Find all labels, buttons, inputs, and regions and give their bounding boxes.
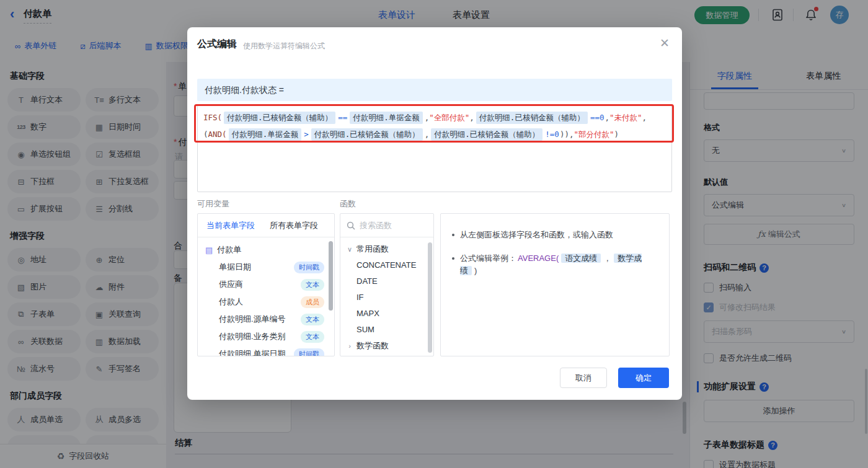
functions-panel: ∨常用函数CONCATENATEDATEIFMAPXSUM›数学函数›文本函数 bbox=[340, 213, 434, 356]
scrollbar[interactable] bbox=[329, 241, 333, 311]
function-group-文本函数[interactable]: ›文本函数 bbox=[340, 354, 433, 356]
field-type-badge: 文本 bbox=[301, 331, 324, 343]
formula-editor-area[interactable]: IFS(付款明细.已核销金额（辅助）==付款明细.单据金额,"全部付款",付款明… bbox=[197, 105, 672, 192]
field-type-badge: 时间戳 bbox=[294, 262, 324, 273]
formula-token-str: "全部付款" bbox=[429, 113, 469, 122]
formula-token-pl: )) bbox=[560, 130, 569, 139]
bullet-icon bbox=[452, 257, 454, 260]
variables-panel: 当前表单字段 所有表单字段 ▤付款单单据日期时间戳供应商文本付款人成员付款明细.… bbox=[197, 213, 335, 356]
variable-item-付款单[interactable]: ▤付款单 bbox=[198, 241, 334, 258]
formula-token-pl: , bbox=[604, 113, 609, 122]
formula-token-field: 付款明细.已核销金额（辅助） bbox=[224, 112, 335, 124]
variable-item-付款明细.源单编号[interactable]: 付款明细.源单编号文本 bbox=[198, 311, 334, 328]
chevron-right-icon: › bbox=[347, 342, 353, 350]
variables-label: 可用变量 bbox=[197, 198, 229, 210]
modal-title: 公式编辑 bbox=[197, 38, 237, 51]
tab-all-form-fields[interactable]: 所有表单字段 bbox=[270, 220, 318, 231]
close-icon[interactable] bbox=[660, 36, 670, 50]
formula-token-op: == bbox=[338, 113, 347, 122]
help-panel: 从左侧面板选择字段名和函数，或输入函数 公式编辑举例：AVERAGE(语文成绩，… bbox=[440, 213, 670, 356]
document-icon: ▤ bbox=[205, 245, 213, 255]
field-type-badge: 文本 bbox=[301, 314, 324, 325]
formula-editor-modal: 公式编辑 使用数学运算符编辑公式 付款明细.付款状态 = IFS(付款明细.已核… bbox=[187, 27, 682, 400]
field-type-badge: 文本 bbox=[301, 279, 324, 291]
variable-item-供应商[interactable]: 供应商文本 bbox=[198, 276, 334, 293]
formula-token-str: "未付款" bbox=[609, 113, 642, 122]
formula-token-pl: , bbox=[642, 113, 647, 122]
function-group-数学函数[interactable]: ›数学函数 bbox=[340, 338, 433, 354]
formula-token-pl: ( bbox=[203, 130, 208, 139]
field-type-badge: 成员 bbox=[301, 296, 324, 308]
formula-token-pl: , bbox=[425, 130, 430, 139]
formula-target: 付款明细.付款状态 = bbox=[197, 79, 672, 101]
formula-token-field: 付款明细.单据金额 bbox=[229, 128, 302, 141]
function-IF[interactable]: IF bbox=[340, 289, 433, 306]
search-icon bbox=[347, 221, 355, 230]
formula-token-pl: , bbox=[469, 113, 474, 122]
scrollbar[interactable] bbox=[428, 242, 432, 353]
tab-current-form-fields[interactable]: 当前表单字段 bbox=[206, 220, 255, 231]
formula-token-fn: IFS( bbox=[203, 113, 222, 122]
chevron-down-icon: ∨ bbox=[347, 245, 353, 254]
formula-token-str: "部分付款" bbox=[574, 130, 614, 139]
variable-item-付款明细.单据日期[interactable]: 付款明细.单据日期时间戳 bbox=[198, 345, 334, 356]
formula-token-op: > bbox=[304, 130, 309, 139]
variable-item-付款人[interactable]: 付款人成员 bbox=[198, 293, 334, 311]
modal-subtitle: 使用数学运算符编辑公式 bbox=[243, 41, 325, 51]
function-search-input[interactable] bbox=[360, 221, 422, 230]
formula-token-field: 付款明细.单据金额 bbox=[350, 112, 423, 124]
formula-token-field: 付款明细.已核销金额（辅助） bbox=[431, 128, 542, 141]
formula-token-fn: AND( bbox=[208, 130, 227, 139]
formula-token-op: ==0 bbox=[590, 113, 604, 122]
help-example: 公式编辑举例：AVERAGE(语文成绩，数学成绩) bbox=[452, 252, 658, 277]
function-SUM[interactable]: SUM bbox=[340, 322, 433, 338]
function-tree: ∨常用函数CONCATENATEDATEIFMAPXSUM›数学函数›文本函数 bbox=[340, 237, 433, 356]
function-MAPX[interactable]: MAPX bbox=[340, 306, 433, 322]
functions-label: 函数 bbox=[340, 198, 356, 210]
formula-token-field: 付款明细.已核销金额（辅助） bbox=[311, 128, 423, 141]
formula-token-field: 付款明细.已核销金额（辅助） bbox=[476, 112, 588, 124]
function-group-常用函数[interactable]: ∨常用函数 bbox=[340, 241, 433, 257]
formula-token-op: !=0 bbox=[545, 130, 559, 139]
bullet-icon bbox=[452, 234, 454, 236]
formula-line2: (AND(付款明细.单据金额>付款明细.已核销金额（辅助）,付款明细.已核销金额… bbox=[203, 126, 666, 143]
formula-line1: IFS(付款明细.已核销金额（辅助）==付款明细.单据金额,"全部付款",付款明… bbox=[203, 109, 666, 126]
help-tip: 从左侧面板选择字段名和函数，或输入函数 bbox=[452, 229, 658, 241]
function-DATE[interactable]: DATE bbox=[340, 273, 433, 289]
variable-item-付款明细.业务类别[interactable]: 付款明细.业务类别文本 bbox=[198, 328, 334, 345]
cancel-button[interactable]: 取消 bbox=[560, 368, 607, 388]
variable-item-单据日期[interactable]: 单据日期时间戳 bbox=[198, 258, 334, 276]
function-search[interactable] bbox=[340, 214, 433, 237]
field-type-badge: 时间戳 bbox=[294, 348, 324, 357]
function-CONCATENATE[interactable]: CONCATENATE bbox=[340, 257, 433, 273]
variable-list: ▤付款单单据日期时间戳供应商文本付款人成员付款明细.源单编号文本付款明细.业务类… bbox=[198, 237, 334, 356]
formula-token-pl: ) bbox=[614, 130, 619, 139]
confirm-button[interactable]: 确定 bbox=[618, 368, 669, 388]
